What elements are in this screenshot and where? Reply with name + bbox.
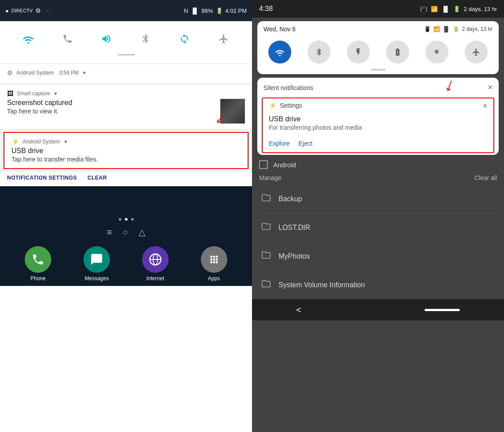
svg-point-9 <box>210 261 212 263</box>
usb-notif-header-left: ⚡ Settings <box>269 102 302 109</box>
qs-date-row: Wed, Nov 6 📳 📶 ▐▌ 🔋 2 days, 13 hr <box>257 21 499 37</box>
manage-clear-row: Manage Clear all <box>252 173 504 185</box>
usb-drive-notif-left[interactable]: ⚡ Android System ▾ USB drive Tap here to… <box>4 132 248 169</box>
qs-bluetooth-toggle[interactable] <box>308 41 331 64</box>
usb-notif-wrapper-right: ↓ ⚡ Settings ∧ USB drive For transferrin… <box>257 98 499 153</box>
chevron-up-icon: ∧ <box>483 102 487 109</box>
svg-point-5 <box>215 255 218 258</box>
apps-app[interactable]: Apps <box>201 246 227 282</box>
apps-icon <box>201 246 227 273</box>
svg-point-11 <box>215 261 218 263</box>
android-notif-row: Android <box>252 157 504 173</box>
notif-footer-actions: NOTIFICATION SETTINGS CLEAR <box>0 171 252 186</box>
signal-icon: ● <box>5 8 9 14</box>
vibrate-icon-qs: 📳 <box>424 26 431 32</box>
folder-system-volume[interactable]: System Volume Information <box>252 271 504 299</box>
home-screen: ≡ ○ △ Phone Messages <box>0 186 252 286</box>
folder-icon-backup <box>261 193 271 205</box>
android-system-notif-1[interactable]: ⚙ Android System 3:59 PM ▾ <box>0 64 252 83</box>
right-panel: 4:38 📳 📶 ▐▌ 🔋 2 days, 13 hr Wed, Nov 6 📳… <box>252 0 504 432</box>
wifi-icon-qs: 📶 <box>433 26 440 32</box>
status-bar-right: 4:38 📳 📶 ▐▌ 🔋 2 days, 13 hr <box>252 0 504 18</box>
volume-toggle[interactable] <box>96 28 117 49</box>
phone-app[interactable]: Phone <box>25 246 51 282</box>
battery-info-right: 2 days, 13 hr <box>464 6 497 12</box>
qs-airplane-toggle[interactable] <box>465 41 488 64</box>
usb-notif-header-right: ⚡ Settings ∧ <box>263 98 493 113</box>
usb-notif-container-left: ↓ ⚡ Android System ▾ USB drive Tap here … <box>0 130 252 171</box>
usb-status-icon: ⚙ <box>35 7 41 14</box>
manage-btn[interactable]: Manage <box>259 174 282 181</box>
notif-header-smart-capture: 🖼 Smart capture ▾ <box>7 90 245 97</box>
dot-1 <box>119 218 121 221</box>
wifi-toggle[interactable] <box>18 28 39 49</box>
home-icon[interactable]: ○ <box>123 227 128 237</box>
explore-btn[interactable]: Explore <box>269 140 290 147</box>
usb-content-right: USB drive For transferring photos and me… <box>263 113 493 136</box>
dot-2 <box>125 218 128 221</box>
internet-app[interactable]: Internet <box>142 246 169 282</box>
notification-settings-btn[interactable]: NOTIFICATION SETTINGS <box>7 175 77 181</box>
folder-myphotos[interactable]: MyPhotos <box>252 242 504 270</box>
smart-capture-notif[interactable]: 🖼 Smart capture ▾ Screenshot captured Ta… <box>0 85 252 129</box>
red-arrow-left-icon: ← <box>44 6 53 16</box>
call-toggle[interactable] <box>57 28 78 49</box>
airplane-toggle[interactable] <box>213 28 234 49</box>
quick-toggle-row <box>9 28 243 49</box>
eject-btn[interactable]: Eject <box>298 140 312 147</box>
wifi-icon-right: 📶 <box>431 6 438 12</box>
qs-hotspot-toggle[interactable] <box>425 41 448 64</box>
battery-icon-right: 🔋 <box>453 6 460 12</box>
vibrate-icon: 📳 <box>420 6 427 12</box>
qs-flashlight-toggle[interactable] <box>347 41 370 64</box>
battery-percentage: 86% <box>202 8 213 14</box>
qs-battery-info: 📳 📶 ▐▌ 🔋 2 days, 13 hr <box>424 26 493 32</box>
quick-settings-left <box>0 21 252 64</box>
android-checkbox[interactable] <box>259 160 268 169</box>
notification-panel-left: ⚙ Android System 3:59 PM ▾ 🖼 Smart captu… <box>0 21 252 286</box>
svg-point-7 <box>213 259 215 261</box>
notif-header-1: ⚙ Android System 3:59 PM ▾ <box>7 69 245 76</box>
home-page-dots <box>119 213 134 224</box>
signal-bars-icon: ▐▌ <box>191 8 199 14</box>
folder-backup[interactable]: Backup <box>252 185 504 213</box>
app-dock: Phone Messages Internet <box>0 242 252 286</box>
nav-bar-home: ≡ ○ △ <box>107 224 145 242</box>
clear-btn[interactable]: CLEAR <box>87 175 107 181</box>
directv-label: DIRECTV <box>11 8 33 13</box>
right-status-icons: 📳 📶 ▐▌ 🔋 2 days, 13 hr <box>420 6 497 12</box>
folder-list: Backup LOST.DIR MyPhotos System Volume I… <box>252 185 504 299</box>
messages-app[interactable]: Messages <box>83 246 110 282</box>
drag-handle <box>117 54 135 56</box>
svg-point-10 <box>213 261 215 263</box>
status-bar-right-icons: N ▐▌ 86% 🔋 4:02 PM <box>184 8 247 14</box>
back-icon[interactable]: △ <box>139 227 145 237</box>
home-pill-right[interactable] <box>425 309 460 311</box>
status-bar-left: ● DIRECTV ⚙ ← N ▐▌ 86% 🔋 4:02 PM <box>0 0 252 21</box>
android-system-icon-1: ⚙ <box>7 69 13 76</box>
back-button-right[interactable]: < <box>296 305 301 315</box>
smart-capture-content: Screenshot captured Tap here to view it. <box>7 99 245 124</box>
clear-all-btn[interactable]: Clear all <box>474 174 497 181</box>
folder-lostdir[interactable]: LOST.DIR <box>252 214 504 242</box>
signal-icon-right: ▐▌ <box>441 6 449 12</box>
folder-icon-myphotos <box>261 250 271 263</box>
nfc-icon: N <box>184 8 188 14</box>
usb-notif-box-right[interactable]: ⚡ Settings ∧ USB drive For transferring … <box>262 98 494 153</box>
messages-icon <box>83 246 110 273</box>
svg-point-6 <box>210 259 212 261</box>
qs-handle-right <box>371 69 385 71</box>
qs-battery-saver-toggle[interactable] <box>386 41 409 64</box>
bluetooth-toggle[interactable] <box>135 28 156 49</box>
svg-point-8 <box>215 259 218 261</box>
silent-notif-card: Silent notifications × ↓ ⚡ Settings ∧ US… <box>257 78 499 155</box>
usb-notif-header-left: ⚡ Android System ▾ <box>11 138 241 145</box>
battery-icon-qs: 🔋 <box>453 26 459 32</box>
qs-wifi-toggle[interactable] <box>268 41 291 64</box>
internet-icon <box>142 246 169 273</box>
smart-capture-icon: 🖼 <box>7 90 13 97</box>
sync-toggle[interactable] <box>174 28 195 49</box>
svg-point-4 <box>213 255 215 258</box>
close-silent-btn[interactable]: × <box>488 83 493 92</box>
recents-icon[interactable]: ≡ <box>107 227 112 237</box>
